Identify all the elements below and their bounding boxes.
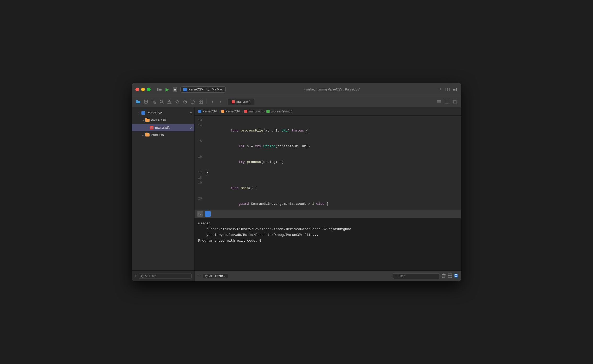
breadcrumb-func-icon: f (266, 110, 270, 113)
line-content-19: func main() { (206, 180, 461, 196)
project-file-icon (141, 111, 145, 115)
console-line-3: ybcelowykezlevwdb/Build/Products/Debug/P… (198, 232, 458, 238)
scheme-icon (183, 88, 187, 91)
svg-rect-11 (456, 88, 457, 91)
close-button[interactable] (135, 88, 139, 91)
search-icon[interactable] (158, 99, 165, 105)
editor-split-icon[interactable] (445, 87, 450, 92)
main-swift-tab[interactable]: main.swift (228, 99, 254, 105)
split-editor-icon[interactable] (444, 99, 450, 105)
console-filter-input[interactable] (398, 274, 437, 278)
memory-icon[interactable] (182, 99, 188, 105)
svg-rect-17 (155, 103, 156, 104)
scheme-selector[interactable]: ParseCSV My Mac (180, 86, 226, 93)
xcode-window: ▶ ■ ParseCSV My Mac Finished running Par… (132, 83, 461, 281)
svg-rect-24 (199, 100, 201, 101)
console-line-1: usage: (198, 221, 458, 226)
svg-rect-0 (157, 88, 158, 91)
sidebar-item-parsecsv-folder[interactable]: ▾ ParseCSV (132, 117, 194, 124)
console-icon-button[interactable] (197, 211, 203, 217)
svg-point-23 (185, 101, 186, 102)
split-view-icon[interactable] (448, 274, 452, 278)
breadcrumb-file[interactable]: main.swift (244, 110, 262, 113)
code-line-17: 17 } (195, 170, 461, 175)
line-num-20: 20 (195, 196, 206, 201)
breadcrumb-sep-2: › (242, 110, 243, 113)
sidebar-add-button[interactable]: + (134, 273, 137, 279)
editor-options-icon[interactable] (436, 99, 442, 105)
sidebar-item-main-swift[interactable]: ▸ S main.swift A (132, 124, 194, 131)
svg-rect-9 (453, 89, 455, 90)
sidebar-bottom-bar: + (132, 270, 194, 281)
output-selector-container[interactable]: All Output (203, 274, 229, 279)
products-folder-icon (145, 133, 150, 137)
sidebar-filter-container (139, 274, 192, 279)
svg-rect-16 (153, 101, 154, 102)
sidebar-products-label: Products (151, 133, 164, 137)
filter-clock-icon (141, 275, 144, 278)
breadcrumb-folder-label: ParseCSV (225, 110, 240, 113)
line-num-14: 14 (195, 123, 206, 128)
titlebar: ▶ ■ ParseCSV My Mac Finished running Par… (132, 83, 461, 96)
sidebar-filter-input[interactable] (149, 274, 189, 278)
grid-icon[interactable] (198, 99, 204, 105)
line-content-17: } (206, 170, 461, 175)
play-button[interactable]: ▶ (165, 87, 170, 92)
inspector-toggle-icon[interactable] (452, 87, 458, 92)
code-editor[interactable]: 13 14 func processFile(at url: URL) thro… (195, 116, 461, 210)
canvas-icon[interactable] (452, 99, 458, 105)
svg-line-37 (143, 276, 143, 277)
tab-label: main.swift (236, 100, 250, 104)
svg-rect-2 (159, 89, 162, 90)
console-bottom-left: + All Output (198, 273, 228, 279)
trash-icon[interactable] (442, 274, 446, 278)
svg-line-40 (199, 214, 199, 214)
destination-mac-icon (207, 88, 210, 91)
sidebar: ▾ ParseCSV M ▾ ParseCSV (132, 107, 195, 281)
warning-icon[interactable] (166, 99, 173, 105)
maximize-button[interactable] (147, 88, 151, 91)
line-num-18: 18 (195, 175, 206, 180)
svg-rect-5 (208, 90, 209, 91)
svg-rect-4 (207, 88, 210, 90)
sidebar-toggle-icon[interactable] (157, 87, 162, 92)
fullscreen-icon[interactable] (454, 274, 458, 278)
sidebar-item-products[interactable]: ▸ Products (132, 131, 194, 139)
line-num-19: 19 (195, 180, 206, 186)
console-search-icon (396, 275, 396, 278)
diamond-icon[interactable] (174, 99, 180, 105)
forward-nav-icon[interactable]: › (217, 99, 224, 105)
hierarchy-icon[interactable] (151, 99, 157, 105)
svg-rect-7 (448, 88, 450, 91)
console-divider-bar (195, 210, 461, 218)
sidebar-item-parsecsv-project[interactable]: ▾ ParseCSV M (132, 109, 194, 117)
line-num-17: 17 (195, 170, 206, 175)
main-content: ▾ ParseCSV M ▾ ParseCSV (132, 107, 461, 281)
toolbar-right (436, 99, 458, 105)
folder-icon-toolbar[interactable] (135, 99, 141, 105)
line-content-18 (206, 175, 461, 180)
code-line-19: 19 func main() { (195, 180, 461, 196)
code-line-15: 15 let s = try String(contentsOf: url) (195, 139, 461, 154)
console-add-button[interactable]: + (198, 273, 201, 279)
minimize-button[interactable] (141, 88, 145, 91)
filter-icon (205, 275, 208, 278)
sidebar-folder-label: ParseCSV (151, 118, 166, 122)
swift-file-icon: S (150, 126, 154, 130)
breadcrumb-bar: ParseCSV › ParseCSV › main.swift › f pro… (195, 107, 461, 116)
breadcrumb-func[interactable]: f process(string:) (266, 110, 292, 113)
disclosure-arrow-folder: ▾ (141, 118, 145, 122)
code-line-18: 18 (195, 175, 461, 180)
tag-icon[interactable] (190, 99, 196, 105)
breadcrumb-folder[interactable]: ParseCSV (221, 110, 240, 113)
breadcrumb-project[interactable]: ParseCSV (198, 110, 217, 113)
add-icon[interactable]: + (438, 87, 443, 92)
filter-caret-icon (145, 275, 148, 277)
stop-button[interactable]: ■ (173, 87, 178, 92)
svg-rect-3 (159, 90, 162, 91)
breadcrumb-swift-icon (244, 110, 247, 113)
back-nav-icon[interactable]: ‹ (209, 99, 216, 105)
inspector-icon[interactable] (143, 99, 149, 105)
console-filter-search (393, 273, 440, 279)
breadcrumb-sep-3: › (264, 110, 265, 113)
